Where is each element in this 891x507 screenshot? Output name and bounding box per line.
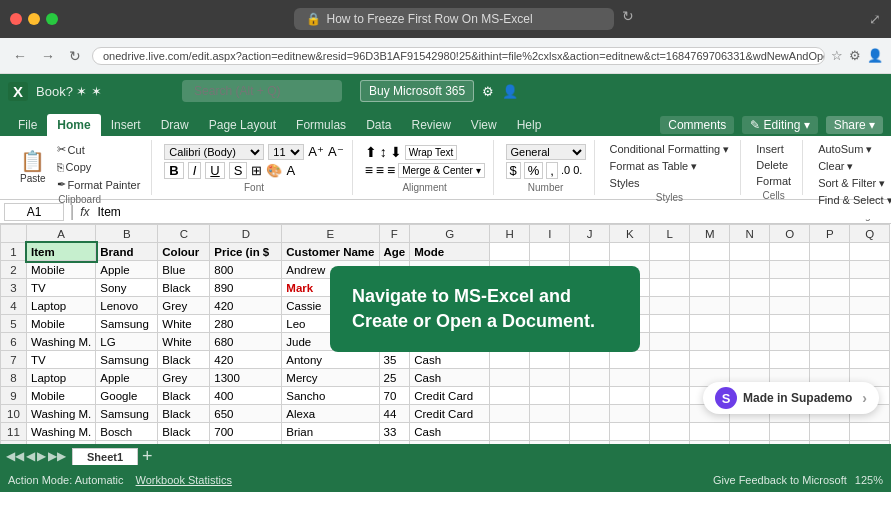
empty-cell[interactable]	[810, 441, 850, 445]
empty-cell[interactable]	[650, 423, 690, 441]
sheet-nav-left-btn[interactable]: ◀◀	[6, 449, 24, 463]
clear-button[interactable]: Clear ▾	[815, 159, 891, 174]
empty-cell[interactable]	[490, 387, 530, 405]
cell[interactable]: Mode	[410, 243, 490, 261]
font-size-select[interactable]: 11	[268, 144, 304, 160]
col-header-b[interactable]: B	[96, 225, 158, 243]
paste-button[interactable]: 📋 Paste	[16, 149, 50, 186]
cell[interactable]: Brian	[282, 423, 379, 441]
cell[interactable]: 25	[379, 369, 410, 387]
cell-styles-button[interactable]: Styles	[607, 176, 733, 190]
delete-button[interactable]: Delete	[753, 158, 794, 172]
empty-cell[interactable]	[810, 243, 850, 261]
empty-cell[interactable]	[570, 423, 610, 441]
italic-button[interactable]: I	[188, 162, 202, 179]
cell[interactable]: Mobile	[27, 261, 96, 279]
forward-button[interactable]: →	[36, 46, 60, 66]
comma-button[interactable]: ,	[546, 162, 558, 179]
empty-cell[interactable]	[810, 333, 850, 351]
cell[interactable]: Price (in $	[210, 243, 282, 261]
empty-cell[interactable]	[570, 441, 610, 445]
profile-button[interactable]: 👤	[867, 48, 883, 63]
excel-search-input[interactable]	[182, 80, 342, 102]
cell[interactable]: Blue	[158, 261, 210, 279]
empty-cell[interactable]	[810, 297, 850, 315]
cell[interactable]: Luke	[282, 441, 379, 445]
decrease-decimal-button[interactable]: 0.	[573, 164, 582, 176]
back-button[interactable]: ←	[8, 46, 32, 66]
cell[interactable]: Apple	[96, 261, 158, 279]
cut-button[interactable]: ✂ Cut	[54, 142, 144, 157]
empty-cell[interactable]	[850, 279, 890, 297]
cell[interactable]: Black	[158, 387, 210, 405]
empty-cell[interactable]	[730, 351, 770, 369]
cell[interactable]: 44	[379, 405, 410, 423]
cell[interactable]: Samsung	[96, 351, 158, 369]
sheet1-tab[interactable]: Sheet1	[72, 448, 138, 465]
row-number[interactable]: 4	[1, 297, 27, 315]
row-number[interactable]: 6	[1, 333, 27, 351]
cell[interactable]: Colour	[158, 243, 210, 261]
empty-cell[interactable]	[850, 261, 890, 279]
empty-cell[interactable]	[690, 297, 730, 315]
empty-cell[interactable]	[770, 351, 810, 369]
cell[interactable]: 650	[210, 405, 282, 423]
editing-button[interactable]: ✎ Editing ▾	[742, 116, 817, 134]
col-header-k[interactable]: K	[610, 225, 650, 243]
reload-button[interactable]: ↻	[622, 8, 634, 30]
cell[interactable]: Customer Name	[282, 243, 379, 261]
settings-icon[interactable]: ⚙	[482, 84, 494, 99]
empty-cell[interactable]	[530, 441, 570, 445]
tab-home[interactable]: Home	[47, 114, 100, 136]
empty-cell[interactable]	[770, 297, 810, 315]
increase-decimal-button[interactable]: .0	[561, 164, 570, 176]
empty-cell[interactable]	[490, 243, 530, 261]
cell[interactable]: White	[158, 315, 210, 333]
cell[interactable]: TV	[27, 351, 96, 369]
empty-cell[interactable]	[650, 369, 690, 387]
bold-button[interactable]: B	[164, 162, 183, 179]
wrap-text-button[interactable]: Wrap Text	[405, 145, 458, 160]
cell[interactable]: Samsung	[96, 405, 158, 423]
number-format-select[interactable]: General	[506, 144, 586, 160]
align-middle-icon[interactable]: ↕	[380, 144, 387, 160]
col-header-p[interactable]: P	[810, 225, 850, 243]
cell[interactable]: 1300	[210, 369, 282, 387]
cell[interactable]: 280	[210, 315, 282, 333]
cell[interactable]: 950	[210, 441, 282, 445]
align-bottom-icon[interactable]: ⬇	[390, 144, 402, 160]
cell[interactable]: Grey	[158, 369, 210, 387]
tab-draw[interactable]: Draw	[151, 114, 199, 136]
format-painter-button[interactable]: ✒ Format Painter	[54, 177, 144, 192]
empty-cell[interactable]	[770, 243, 810, 261]
feedback-button[interactable]: Give Feedback to Microsoft	[713, 474, 847, 486]
col-header-l[interactable]: L	[650, 225, 690, 243]
cell[interactable]: Samsung	[96, 315, 158, 333]
cell[interactable]: Bosch	[96, 423, 158, 441]
autosum-button[interactable]: AutoSum ▾	[815, 142, 891, 157]
row-number[interactable]: 1	[1, 243, 27, 261]
cell[interactable]: Alexa	[282, 405, 379, 423]
font-color-button[interactable]: A	[286, 163, 295, 178]
format-button[interactable]: Format	[753, 174, 794, 188]
underline-button[interactable]: U	[205, 162, 224, 179]
tab-page-layout[interactable]: Page Layout	[199, 114, 286, 136]
tab-view[interactable]: View	[461, 114, 507, 136]
tab-data[interactable]: Data	[356, 114, 401, 136]
empty-cell[interactable]	[730, 441, 770, 445]
empty-cell[interactable]	[850, 441, 890, 445]
col-header-g[interactable]: G	[410, 225, 490, 243]
empty-cell[interactable]	[810, 351, 850, 369]
empty-cell[interactable]	[650, 297, 690, 315]
strikethrough-button[interactable]: S	[229, 162, 248, 179]
cell[interactable]: Age	[379, 243, 410, 261]
add-sheet-button[interactable]: +	[142, 446, 153, 467]
merge-center-button[interactable]: Merge & Center ▾	[398, 163, 484, 178]
empty-cell[interactable]	[650, 387, 690, 405]
empty-cell[interactable]	[610, 369, 650, 387]
empty-cell[interactable]	[570, 405, 610, 423]
sort-filter-button[interactable]: Sort & Filter ▾	[815, 176, 891, 191]
expand-button[interactable]: ⤢	[869, 11, 881, 27]
fill-color-button[interactable]: 🎨	[266, 163, 282, 178]
empty-cell[interactable]	[650, 351, 690, 369]
